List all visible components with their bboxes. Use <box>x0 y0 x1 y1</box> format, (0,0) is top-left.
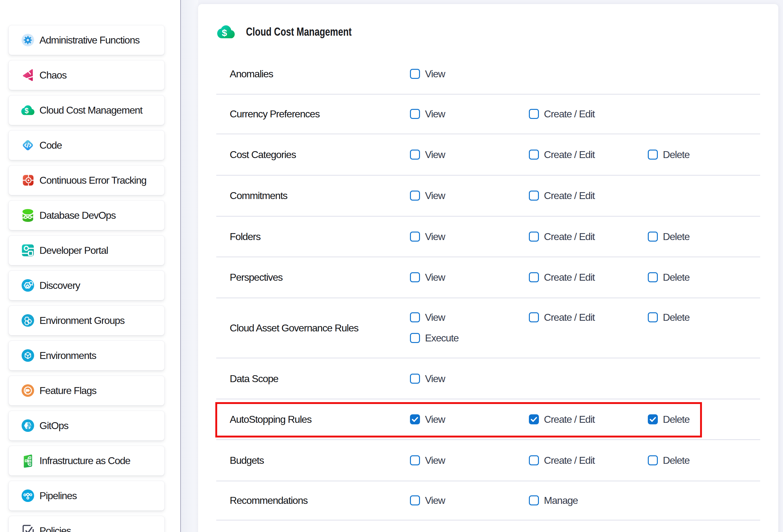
svg-text:$: $ <box>25 107 29 115</box>
svg-text:$: $ <box>222 28 227 38</box>
